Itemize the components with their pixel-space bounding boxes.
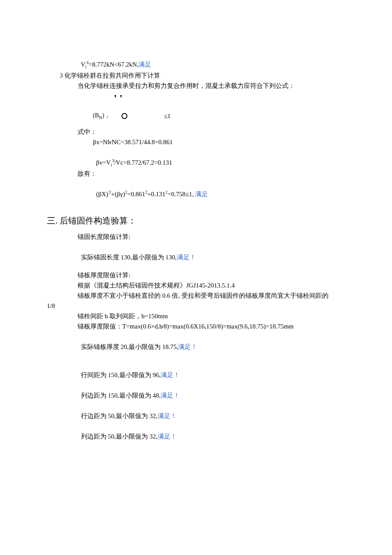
status-ok: 满足！ [161, 392, 180, 399]
paragraph: 锚栓间距 b 取列间距，b=150mm [47, 311, 345, 321]
paragraph-cont: 1/8 [47, 301, 345, 311]
status-ok: 满足！ [158, 433, 177, 440]
formula-v-line: Viδ=8.772kN<67.2kN,满足 [47, 49, 345, 70]
t: βv=V [96, 159, 111, 166]
section-title-3: 三. 后锚固件构造验算： [47, 214, 345, 227]
status-ok: 满足！ [177, 254, 196, 261]
status-ok: 满足！ [158, 413, 177, 419]
t: )， [102, 112, 110, 119]
paragraph: 根据《混凝土结构后锚固件技术规程》JGJ145-2013.5.1.4 [47, 280, 345, 291]
label: 锚板厚度限值计算: [47, 270, 345, 280]
check-line: 行间距为 150,最小限值为 96,满足！ [47, 360, 345, 380]
t: ∕Vc=8.772/67.2=0.131 [115, 159, 172, 166]
sub: i [111, 163, 112, 167]
bn-group: (BN)， [93, 111, 110, 121]
status-ok: 满足！ [178, 343, 197, 350]
symbol-quotes: ❜❜ [47, 95, 345, 105]
t: 行边距为 50,最小限值为 32, [81, 413, 158, 419]
status-ok: 满足！ [161, 372, 180, 378]
label-therefore: 故有： [47, 169, 345, 179]
spacer [47, 262, 345, 270]
formula-bx: βx=Nh∕NC=38.571/44.8=0.861 [47, 137, 345, 147]
label: 锚固长度限值计算: [47, 232, 345, 242]
t: (βX) [96, 191, 108, 198]
heading-3: 3 化学锚栓群在拉剪共同作用下计算 [47, 70, 345, 81]
t: 列边距为 50,最小限值为 32, [81, 433, 158, 440]
t: (B [93, 112, 99, 119]
check-line: 行边距为 50,最小限值为 32,满足！ [47, 401, 345, 421]
sub: i [85, 64, 86, 69]
circle-icon [121, 113, 127, 119]
check-line: 实际锚板厚度 20,最小限值为 18.75,满足！ [47, 331, 345, 352]
sup: '2 [108, 190, 111, 195]
sub: N [99, 115, 102, 120]
t: V [81, 61, 86, 68]
spacer [47, 352, 345, 360]
formula-bv: βv=Vi'δ∕Vc=8.772/67.2=0.131 [47, 147, 345, 169]
t: 列边距为 150,最小限值为 48, [81, 392, 161, 399]
check-line: 列边距为 50,最小限值为 32,满足！ [47, 421, 345, 442]
check-line: 实际锚固长度 130,最小限值为 130,满足！ [47, 242, 345, 262]
formula-symbol-row: (BN)， ≤1 [47, 110, 345, 122]
formula-t: 锚板厚度限值：T=max(0.6×d,b∕8)=max(0.6X16,150/8… [47, 321, 345, 331]
label-where: 式中： [47, 127, 345, 137]
t: =8.772kN<67.2kN, [89, 61, 138, 68]
status-ok: 满足 [195, 191, 208, 198]
check-line: 列边距为 150,最小限值为 48,满足！ [47, 380, 345, 401]
t: +0.131 [147, 191, 165, 198]
t: =0.861 [127, 191, 145, 198]
t: =0.758≤1, [167, 191, 195, 198]
status-ok: 满足 [138, 61, 151, 68]
t: 行间距为 150,最小限值为 96, [81, 372, 161, 378]
paragraph: 当化学锚栓连接承受拉力和剪力复合作用时，混凝土承载力应符合下列公式： [47, 81, 345, 91]
formula-result: (βX)'2+(βγ)2=0.8612+0.1312=0.758≤1, 满足 [47, 179, 345, 199]
paragraph: 锚板厚度不宜小于锚栓直径的 0.6 倍, 受拉和受弯后锚固件的锚板厚度尚宜大于锚… [47, 291, 345, 301]
t: +(βγ) [111, 191, 125, 198]
t: 实际锚固长度 130,最小限值为 130, [81, 254, 177, 261]
inequality: ≤1 [164, 111, 171, 121]
t: 实际锚板厚度 20,最小限值为 18.75, [81, 343, 179, 350]
